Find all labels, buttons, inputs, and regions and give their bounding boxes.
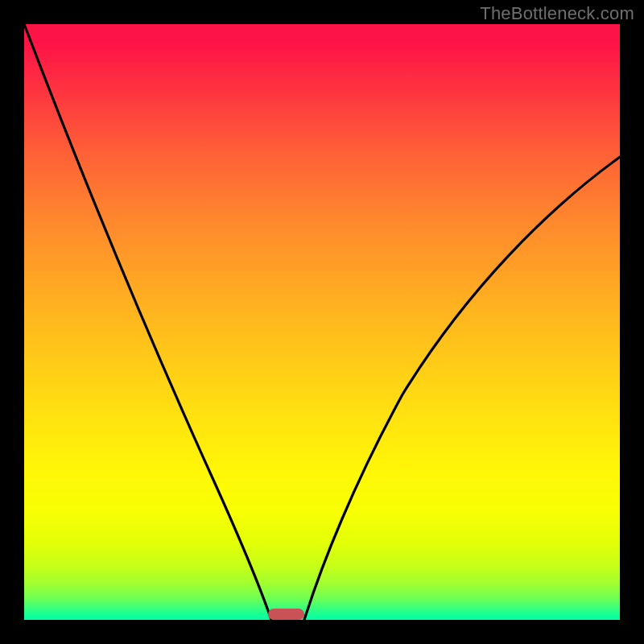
chart-frame: TheBottleneck.com — [0, 0, 644, 644]
plot-area — [24, 24, 620, 620]
left-curve — [24, 24, 271, 620]
curve-layer — [24, 24, 620, 620]
right-curve — [304, 157, 620, 620]
watermark-text: TheBottleneck.com — [480, 3, 634, 24]
optimal-marker — [268, 609, 303, 620]
